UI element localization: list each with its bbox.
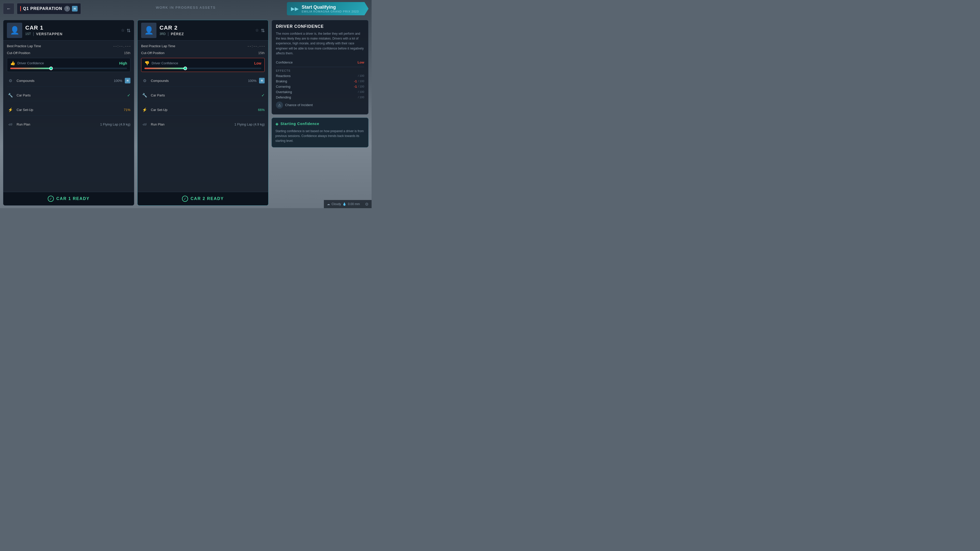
car1-driver-name: VERSTAPPEN xyxy=(36,32,62,36)
car2-confidence-container: 👎 Driver Confidence Low xyxy=(141,58,265,72)
car1-cutoff-value: 15th xyxy=(124,51,130,55)
car2-parts-label: Car Parts xyxy=(151,94,259,97)
car1-runplan-row: 🏎 Run Plan 1 Flying Lap (4.9 kg) xyxy=(7,119,130,130)
conf-title-text: Starting Confidence xyxy=(280,122,319,126)
start-qualifying-button[interactable]: ▶▶ Start Qualifying EMILIA ROMAGNA GRAND… xyxy=(287,2,369,15)
bottom-bar: ☁ Cloudy 💧 0.00 mm ⚙ xyxy=(324,200,372,208)
car2-runplan-value: 1 Flying Lap (4.9 kg) xyxy=(234,122,265,126)
driver-confidence-panel: DRIVER CONFIDENCE The more confident a d… xyxy=(272,20,369,114)
back-button[interactable]: ← xyxy=(3,3,14,14)
help-button[interactable]: ? xyxy=(64,6,70,11)
h-badge[interactable]: H xyxy=(72,6,78,11)
car2-swap-icon[interactable]: ⇄ xyxy=(260,28,266,32)
car2-best-lap-value: - - : - - . - - - xyxy=(248,44,265,48)
car1-setup-value: 71% xyxy=(124,108,130,112)
car2-best-lap-row: Best Practice Lap Time - - : - - . - - - xyxy=(141,44,265,48)
car1-runplan-label: Run Plan xyxy=(17,122,97,126)
reactions-label: Reactions xyxy=(276,74,351,78)
car1-compounds-icon: ⚙ xyxy=(7,77,14,84)
page-title: Q1 PREPARATION xyxy=(23,6,62,11)
car2-cutoff-label: Cut-Off Position xyxy=(141,51,258,55)
car2-position-name: 3RD | PÉREZ xyxy=(159,32,255,36)
car2-compounds-h-tag[interactable]: H xyxy=(259,78,265,83)
braking-penalty: -1 xyxy=(351,79,357,83)
weather-rain-value: 0.00 mm xyxy=(348,202,360,206)
car1-conf-label: Driver Confidence xyxy=(18,61,44,65)
car2-cutoff-value: 15th xyxy=(258,51,265,55)
car2-driver-name: PÉREZ xyxy=(171,32,184,36)
car2-cutoff-row: Cut-Off Position 15th xyxy=(141,51,265,55)
car1-ready-bar: ✓ CAR 1 READY xyxy=(3,192,134,205)
car1-body: Best Practice Lap Time - - : - - . - - -… xyxy=(3,41,134,192)
car2-compounds-label: Compounds xyxy=(151,79,245,83)
car2-header: 👤 CAR 2 3RD | PÉREZ ☆ ⇄ xyxy=(138,20,268,41)
car2-setup-value: 66% xyxy=(258,108,265,112)
car1-compounds-h-tag[interactable]: H xyxy=(125,78,130,83)
car1-conf-icon: 👍 xyxy=(10,61,15,65)
defending-row: Defending / 100 xyxy=(276,95,364,100)
sq-text-area: Start Qualifying EMILIA ROMAGNA GRAND PR… xyxy=(302,5,359,13)
overtaking-row: Overtaking / 100 xyxy=(276,89,364,95)
right-panel: DRIVER CONFIDENCE The more confident a d… xyxy=(272,20,369,206)
car1-cutoff-row: Cut-Off Position 15th xyxy=(7,51,130,55)
overtaking-max: / 100 xyxy=(358,90,364,94)
car1-conf-bar-marker xyxy=(49,67,53,70)
car1-compounds-row: ⚙ Compounds 100% H xyxy=(7,75,130,86)
overtaking-label: Overtaking xyxy=(276,90,351,94)
car1-setup-row: ⚡ Car Set-Up 71% xyxy=(7,104,130,116)
car1-star-icon[interactable]: ☆ xyxy=(121,28,124,33)
defending-max: / 100 xyxy=(358,96,364,99)
sq-main-label: Start Qualifying xyxy=(302,5,359,10)
car1-parts-checkmark: ✓ xyxy=(127,93,130,98)
cornering-penalty: -1 xyxy=(351,85,357,89)
weather-rain-icon: 💧 xyxy=(342,202,346,206)
car2-parts-icon: 🔧 xyxy=(141,92,148,99)
car1-confidence-container: 👍 Driver Confidence High xyxy=(7,58,130,72)
car1-number: CAR 1 xyxy=(25,24,121,31)
braking-label: Braking xyxy=(276,79,351,83)
top-bar: ← Q1 PREPARATION ? H WORK IN PROGRESS AS… xyxy=(0,0,372,17)
car1-avatar: 👤 xyxy=(7,23,22,38)
car1-runplan-icon: 🏎 xyxy=(7,121,14,128)
car2-body: Best Practice Lap Time - - : - - . - - -… xyxy=(138,41,268,192)
car1-best-lap-label: Best Practice Lap Time xyxy=(7,44,114,48)
car1-setup-icon: ⚡ xyxy=(7,106,14,113)
reactions-row: Reactions / 100 xyxy=(276,73,364,79)
car1-best-lap-value: - - : - - . - - - xyxy=(114,44,130,48)
car2-position: 3RD xyxy=(159,32,165,36)
cornering-label: Cornering xyxy=(276,85,351,89)
car1-swap-icon[interactable]: ⇄ xyxy=(126,28,131,32)
car2-ready-bar: ✓ CAR 2 READY xyxy=(138,192,268,205)
car1-header-info: CAR 1 1ST | VERSTAPPEN xyxy=(25,24,121,36)
car1-parts-label: Car Parts xyxy=(17,94,124,97)
car2-setup-label: Car Set-Up xyxy=(151,108,256,112)
work-in-progress-label: WORK IN PROGRESS ASSETS xyxy=(156,6,216,10)
confidence-stat-row: Confidence Low xyxy=(276,59,364,65)
car1-setup-label: Car Set-Up xyxy=(17,108,121,112)
car2-compounds-icon: ⚙ xyxy=(141,77,148,84)
car1-conf-bar-fill xyxy=(10,68,51,69)
car1-conf-bar-track xyxy=(10,68,127,69)
settings-icon[interactable]: ⚙ xyxy=(365,202,369,206)
car2-compounds-value: 100% xyxy=(248,79,256,83)
car1-avatar-face: 👤 xyxy=(7,23,22,38)
car2-compounds-row: ⚙ Compounds 100% H xyxy=(141,75,265,86)
car2-header-info: CAR 2 3RD | PÉREZ xyxy=(159,24,255,36)
car2-star-icon[interactable]: ☆ xyxy=(255,28,259,33)
car1-ready-check-icon: ✓ xyxy=(48,196,54,202)
car1-compounds-label: Compounds xyxy=(17,79,111,83)
car2-conf-value: Low xyxy=(254,61,261,65)
confidence-stat-value: Low xyxy=(358,60,364,64)
car2-ready-label: CAR 2 READY xyxy=(191,197,224,201)
incident-icon: ⚠ xyxy=(276,102,283,109)
defending-label: Defending xyxy=(276,95,351,99)
main-content: 👤 CAR 1 1ST | VERSTAPPEN ☆ ⇄ Best Practi… xyxy=(3,20,369,206)
car2-conf-bar-track xyxy=(145,68,261,69)
conf-title-icon: ◈ xyxy=(275,121,278,126)
braking-max: / 100 xyxy=(358,79,364,83)
cornering-row: Cornering -1 / 100 xyxy=(276,84,364,89)
car1-position: 1ST xyxy=(25,32,31,36)
car2-parts-row: 🔧 Car Parts ✓ xyxy=(141,89,265,101)
car1-position-name: 1ST | VERSTAPPEN xyxy=(25,32,121,36)
sq-arrows-icon: ▶▶ xyxy=(291,6,299,12)
